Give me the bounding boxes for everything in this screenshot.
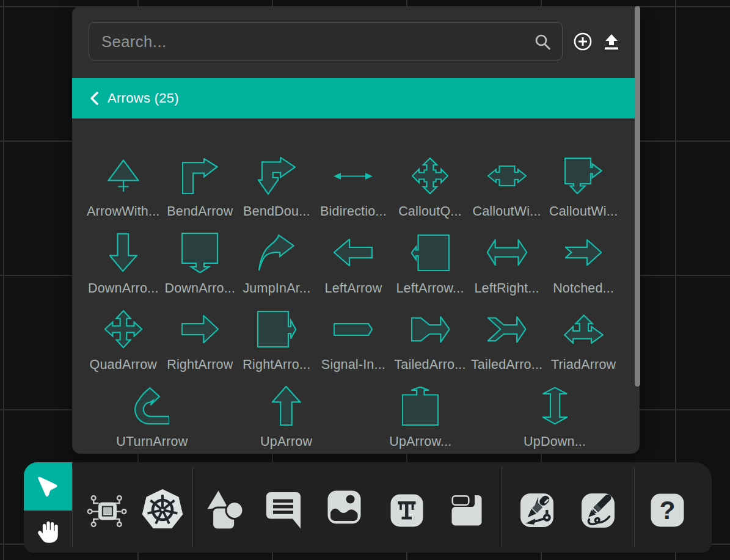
svg-text:?: ? xyxy=(660,496,676,525)
